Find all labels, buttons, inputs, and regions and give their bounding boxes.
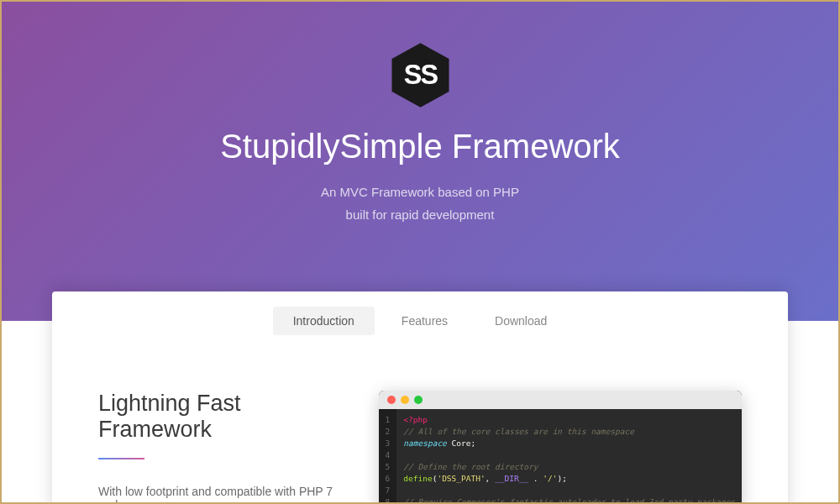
hero-section: SS StupidlySimple Framework An MVC Frame… [2, 2, 838, 321]
tabs: Introduction Features Download [52, 291, 788, 349]
divider [98, 458, 144, 459]
logo-icon: SS [385, 39, 456, 111]
content-card: Introduction Features Download Lightning… [52, 291, 788, 504]
content-right: 1 2 3 4 5 6 7 8 9 <?php // All of the co… [379, 391, 742, 504]
section-desc: With low footprint and compatible with P… [98, 485, 345, 504]
code-lines: <?php // All of the core classes are in … [396, 409, 742, 504]
tab-features[interactable]: Features [381, 307, 468, 335]
code-editor: 1 2 3 4 5 6 7 8 9 <?php // All of the co… [379, 391, 742, 504]
content-area: Lightning Fast Framework With low footpr… [52, 349, 788, 504]
hero-title: StupidlySimple Framework [2, 128, 838, 165]
hero-subtitle: An MVC Framework based on PHP built for … [2, 181, 838, 226]
svg-text:SS: SS [403, 60, 438, 90]
line-gutter: 1 2 3 4 5 6 7 8 9 [379, 409, 397, 504]
window-close-icon [387, 396, 396, 404]
window-maximize-icon [414, 396, 423, 404]
tab-download[interactable]: Download [475, 307, 567, 335]
content-left: Lightning Fast Framework With low footpr… [98, 391, 345, 504]
window-minimize-icon [401, 396, 409, 404]
tab-introduction[interactable]: Introduction [273, 307, 375, 335]
editor-body: 1 2 3 4 5 6 7 8 9 <?php // All of the co… [379, 409, 742, 504]
editor-titlebar [379, 391, 742, 409]
section-heading: Lightning Fast Framework [98, 391, 345, 443]
